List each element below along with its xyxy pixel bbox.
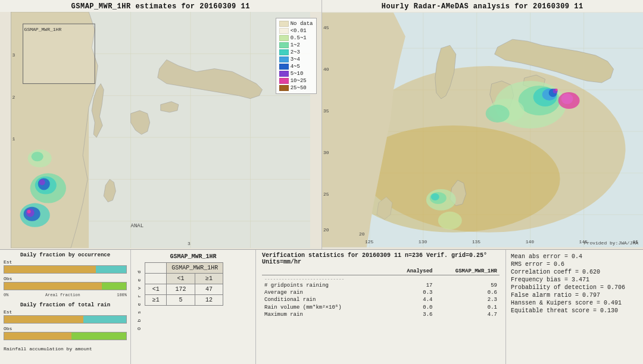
cont-val-00: 172 xyxy=(167,284,195,295)
right-map-panel: Hourly Radar-AMeDAS analysis for 2016030… xyxy=(322,0,644,249)
obs-bar-container xyxy=(4,282,127,290)
cont-row-lt1: <1 172 47 xyxy=(145,284,223,295)
svg-point-56 xyxy=(430,193,439,200)
verif-row: Conditional rain4.42.3 xyxy=(262,296,500,303)
svg-text:1: 1 xyxy=(12,136,15,142)
svg-text:2: 2 xyxy=(12,95,15,100)
observed-vertical-label: O b s e r v e d xyxy=(136,269,142,330)
svg-text:135: 135 xyxy=(472,239,480,244)
svg-text:25: 25 xyxy=(323,192,329,197)
verif-header: Verification statistics for 20160309 11 … xyxy=(262,252,500,265)
est2-bar-gold xyxy=(4,316,83,323)
verif-row-analysed: 17 xyxy=(392,282,435,289)
cont-header-gsmap: GSMAP_MWR_1HR xyxy=(167,263,223,274)
cont-col-gte1: ≥1 xyxy=(195,274,223,284)
legend-color-12 xyxy=(279,42,289,48)
legend-color-34 xyxy=(279,57,289,62)
bottom-row: Daily fraction by occurrence Est Obs 0% … xyxy=(0,250,643,364)
verif-row: Maximum rain3.64.7 xyxy=(262,311,500,318)
legend-color-nodata xyxy=(279,21,289,27)
verif-body: ----------------------------# gridpoints… xyxy=(262,275,500,319)
metric-line-7: Equitable threat score = 0.130 xyxy=(511,307,638,314)
legend-item-05: 0.5~1 xyxy=(279,34,313,42)
legend-label-1025: 10~25 xyxy=(291,77,307,84)
legend-label-510: 5~10 xyxy=(291,70,304,77)
verif-col-blank xyxy=(262,268,392,275)
svg-text:ANAL: ANAL xyxy=(130,222,143,229)
verif-col-gsmap: GSMAP_MWR_1HR xyxy=(435,268,500,275)
verif-row-label: # gridpoints raining xyxy=(262,282,392,289)
obs-bar-section: Obs xyxy=(4,276,127,290)
legend-label-001: <0.01 xyxy=(291,27,307,34)
daily-total-rain-title: Daily fraction of total rain xyxy=(4,302,127,308)
metric-line-6: Hanssen & Kuipers score = 0.491 xyxy=(511,300,638,306)
verif-divider-row: ---------------------------- xyxy=(262,275,500,283)
legend-item-1025: 10~25 xyxy=(279,77,313,84)
left-map-panel: GSMAP_MWR_1HR estimates for 20160309 11 xyxy=(0,0,322,249)
legend-label-2550: 25~50 xyxy=(291,84,307,92)
metric-line-3: Frequency bias = 3.471 xyxy=(511,277,638,283)
verif-row: Average rain0.30.6 xyxy=(262,289,500,296)
svg-text:40: 40 xyxy=(323,67,329,72)
rainfall-accum-label: Rainfall accumulation by amount xyxy=(4,346,127,352)
svg-text:3: 3 xyxy=(12,52,15,58)
verif-col-analysed: Analysed xyxy=(392,268,435,275)
svg-point-19 xyxy=(27,210,31,214)
metric-line-4: Probability of detection = 0.706 xyxy=(511,284,638,291)
legend-label-45: 4~5 xyxy=(291,63,300,70)
verif-row-label: Average rain xyxy=(262,289,392,296)
svg-text:125: 125 xyxy=(364,239,373,244)
verif-row: Rain volume (mm*km²×10⁶)0.00.1 xyxy=(262,303,500,311)
svg-text:GSMAP_MWR_1HR: GSMAP_MWR_1HR xyxy=(24,27,62,32)
metrics-panel: Mean abs error = 0.4RMS error = 0.6Corre… xyxy=(506,250,643,364)
est-bar-section: Est xyxy=(4,259,127,274)
svg-text:130: 130 xyxy=(418,239,427,244)
left-map-area: GSMAP_MWR_1HR ANAL 3 2 1 3 No data xyxy=(0,12,322,248)
legend-label-34: 3~4 xyxy=(291,56,300,63)
stats-left-panel: Daily fraction by occurrence Est Obs 0% … xyxy=(0,250,131,364)
cont-val-01: 47 xyxy=(195,284,223,295)
svg-text:140: 140 xyxy=(525,239,534,244)
metric-line-1: RMS error = 0.6 xyxy=(511,261,638,268)
verif-row-label: Maximum rain xyxy=(262,311,392,318)
legend-color-510 xyxy=(279,71,289,77)
legend-label-05: 0.5~1 xyxy=(291,34,307,42)
metric-line-5: False alarm ratio = 0.797 xyxy=(511,292,638,299)
verif-row-label: Conditional rain xyxy=(262,296,392,303)
verification-table: Analysed GSMAP_MWR_1HR -----------------… xyxy=(262,268,500,318)
right-map-svg: 45 40 35 30 25 20 125 130 135 140 145 15… xyxy=(322,12,644,248)
metrics-container: Mean abs error = 0.4RMS error = 0.6Corre… xyxy=(511,253,638,314)
est2-bar-cyan xyxy=(83,316,126,323)
verif-row-analysed: 4.4 xyxy=(392,296,435,303)
legend-item-2550: 25~50 xyxy=(279,84,313,92)
verif-row-gsmap: 4.7 xyxy=(435,311,500,318)
verif-row-analysed: 3.6 xyxy=(392,311,435,318)
legend-item-45: 4~5 xyxy=(279,63,313,70)
verification-panel: Verification statistics for 20160309 11 … xyxy=(256,250,506,364)
svg-point-49 xyxy=(555,89,557,91)
axis-100pct: 100% xyxy=(117,293,127,297)
svg-point-53 xyxy=(485,105,509,123)
verif-row-gsmap: 0.6 xyxy=(435,289,500,296)
verif-row-gsmap: 59 xyxy=(435,282,500,289)
metric-line-0: Mean abs error = 0.4 xyxy=(511,253,638,260)
cont-row-label-lt1: <1 xyxy=(145,284,167,295)
legend-item-nodata: No data xyxy=(279,20,313,27)
svg-text:20: 20 xyxy=(323,227,329,233)
top-row: GSMAP_MWR_1HR estimates for 20160309 11 xyxy=(0,0,643,250)
svg-text:35: 35 xyxy=(323,108,329,114)
svg-point-57 xyxy=(438,212,461,230)
legend-color-2550 xyxy=(279,85,289,91)
legend-color-05 xyxy=(279,35,289,41)
legend-color-23 xyxy=(279,49,289,55)
obs2-bar-container xyxy=(4,332,127,340)
right-map-title: Hourly Radar-AMeDAS analysis for 2016030… xyxy=(322,0,644,12)
est2-bar-container xyxy=(4,315,127,324)
svg-text:30: 30 xyxy=(323,150,329,155)
right-map-area: 45 40 35 30 25 20 125 130 135 140 145 15… xyxy=(322,12,644,248)
verif-row-label: Rain volume (mm*km²×10⁶) xyxy=(262,303,392,311)
legend-color-1025 xyxy=(279,78,289,84)
obs-bar-green xyxy=(102,283,126,290)
metric-line-2: Correlation coeff = 0.620 xyxy=(511,269,638,275)
contingency-table: GSMAP_MWR_1HR <1 ≥1 <1 172 xyxy=(145,262,223,306)
